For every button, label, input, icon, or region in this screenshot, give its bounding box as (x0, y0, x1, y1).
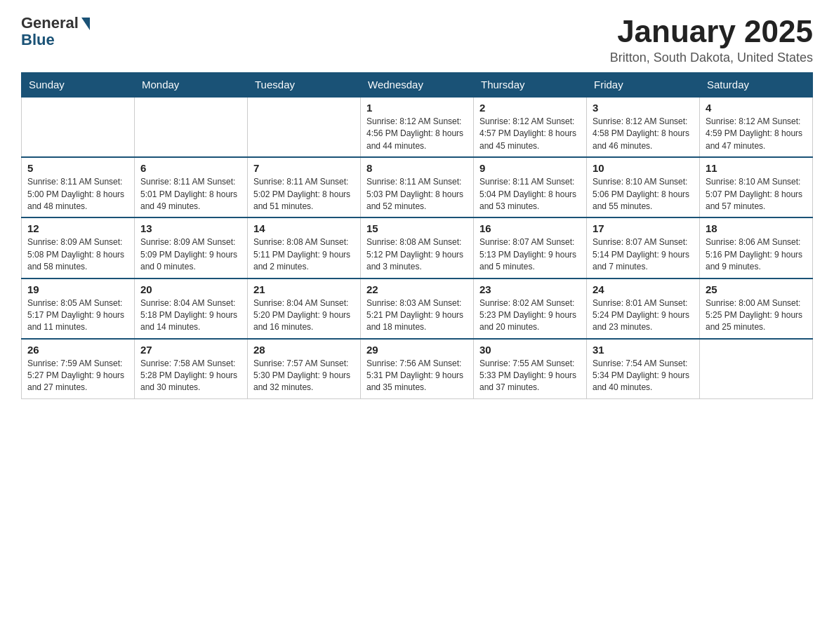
column-header-wednesday: Wednesday (361, 73, 474, 98)
calendar-cell: 11Sunrise: 8:10 AM Sunset: 5:07 PM Dayli… (700, 157, 813, 217)
day-info: Sunrise: 7:56 AM Sunset: 5:31 PM Dayligh… (366, 358, 468, 394)
column-header-thursday: Thursday (474, 73, 587, 98)
day-number: 29 (366, 344, 468, 356)
calendar-cell: 7Sunrise: 8:11 AM Sunset: 5:02 PM Daylig… (248, 157, 361, 217)
day-info: Sunrise: 8:12 AM Sunset: 4:57 PM Dayligh… (479, 116, 581, 152)
day-info: Sunrise: 8:11 AM Sunset: 5:04 PM Dayligh… (479, 176, 581, 213)
day-number: 26 (27, 344, 128, 356)
calendar-week-row: 19Sunrise: 8:05 AM Sunset: 5:17 PM Dayli… (22, 279, 813, 339)
calendar-cell: 3Sunrise: 8:12 AM Sunset: 4:58 PM Daylig… (587, 97, 700, 157)
day-number: 5 (27, 162, 128, 174)
calendar-cell: 16Sunrise: 8:07 AM Sunset: 5:13 PM Dayli… (474, 217, 587, 278)
day-number: 18 (706, 222, 807, 234)
calendar-header-row: SundayMondayTuesdayWednesdayThursdayFrid… (22, 73, 813, 98)
calendar-cell: 26Sunrise: 7:59 AM Sunset: 5:27 PM Dayli… (22, 339, 135, 399)
day-number: 19 (27, 283, 128, 295)
day-info: Sunrise: 8:03 AM Sunset: 5:21 PM Dayligh… (366, 297, 468, 334)
calendar-cell: 27Sunrise: 7:58 AM Sunset: 5:28 PM Dayli… (135, 339, 248, 399)
day-info: Sunrise: 8:09 AM Sunset: 5:08 PM Dayligh… (27, 236, 128, 273)
day-number: 20 (140, 283, 241, 295)
column-header-sunday: Sunday (22, 73, 135, 98)
day-info: Sunrise: 8:08 AM Sunset: 5:12 PM Dayligh… (366, 236, 468, 273)
calendar-cell: 12Sunrise: 8:09 AM Sunset: 5:08 PM Dayli… (22, 217, 135, 278)
calendar-cell (248, 97, 361, 157)
day-number: 14 (253, 222, 355, 234)
calendar-cell: 5Sunrise: 8:11 AM Sunset: 5:00 PM Daylig… (22, 157, 135, 217)
calendar-cell: 17Sunrise: 8:07 AM Sunset: 5:14 PM Dayli… (587, 217, 700, 278)
calendar-cell: 22Sunrise: 8:03 AM Sunset: 5:21 PM Dayli… (361, 279, 474, 339)
calendar-cell: 20Sunrise: 8:04 AM Sunset: 5:18 PM Dayli… (135, 279, 248, 339)
day-info: Sunrise: 8:07 AM Sunset: 5:14 PM Dayligh… (593, 236, 694, 273)
calendar-cell: 21Sunrise: 8:04 AM Sunset: 5:20 PM Dayli… (248, 279, 361, 339)
calendar-cell (22, 97, 135, 157)
day-info: Sunrise: 8:01 AM Sunset: 5:24 PM Dayligh… (593, 297, 694, 334)
day-info: Sunrise: 8:06 AM Sunset: 5:16 PM Dayligh… (706, 236, 807, 273)
logo-blue-text: Blue (21, 31, 90, 49)
calendar-cell: 13Sunrise: 8:09 AM Sunset: 5:09 PM Dayli… (135, 217, 248, 278)
day-info: Sunrise: 8:10 AM Sunset: 5:06 PM Dayligh… (593, 176, 694, 213)
calendar-cell: 23Sunrise: 8:02 AM Sunset: 5:23 PM Dayli… (474, 279, 587, 339)
day-number: 3 (593, 102, 694, 114)
day-info: Sunrise: 8:12 AM Sunset: 4:59 PM Dayligh… (706, 116, 807, 152)
day-number: 15 (366, 222, 468, 234)
day-number: 9 (479, 162, 581, 174)
day-number: 21 (253, 283, 355, 295)
day-info: Sunrise: 8:04 AM Sunset: 5:18 PM Dayligh… (140, 297, 241, 334)
day-number: 6 (140, 162, 241, 174)
day-info: Sunrise: 7:59 AM Sunset: 5:27 PM Dayligh… (27, 358, 128, 394)
day-number: 2 (479, 102, 581, 114)
logo: General Blue (21, 14, 90, 49)
column-header-tuesday: Tuesday (248, 73, 361, 98)
day-number: 13 (140, 222, 241, 234)
day-number: 16 (479, 222, 581, 234)
day-number: 4 (706, 102, 807, 114)
day-info: Sunrise: 7:58 AM Sunset: 5:28 PM Dayligh… (140, 358, 241, 394)
day-info: Sunrise: 8:02 AM Sunset: 5:23 PM Dayligh… (479, 297, 581, 334)
calendar-cell: 1Sunrise: 8:12 AM Sunset: 4:56 PM Daylig… (361, 97, 474, 157)
day-info: Sunrise: 8:12 AM Sunset: 4:56 PM Dayligh… (366, 116, 468, 152)
day-info: Sunrise: 8:11 AM Sunset: 5:03 PM Dayligh… (366, 176, 468, 213)
day-number: 10 (593, 162, 694, 174)
calendar-cell: 29Sunrise: 7:56 AM Sunset: 5:31 PM Dayli… (361, 339, 474, 399)
calendar-week-row: 5Sunrise: 8:11 AM Sunset: 5:00 PM Daylig… (22, 157, 813, 217)
calendar-cell: 15Sunrise: 8:08 AM Sunset: 5:12 PM Dayli… (361, 217, 474, 278)
calendar-cell: 30Sunrise: 7:55 AM Sunset: 5:33 PM Dayli… (474, 339, 587, 399)
calendar-week-row: 1Sunrise: 8:12 AM Sunset: 4:56 PM Daylig… (22, 97, 813, 157)
day-info: Sunrise: 8:11 AM Sunset: 5:00 PM Dayligh… (27, 176, 128, 213)
day-number: 17 (593, 222, 694, 234)
day-info: Sunrise: 8:00 AM Sunset: 5:25 PM Dayligh… (706, 297, 807, 334)
calendar-cell: 10Sunrise: 8:10 AM Sunset: 5:06 PM Dayli… (587, 157, 700, 217)
calendar-cell: 18Sunrise: 8:06 AM Sunset: 5:16 PM Dayli… (700, 217, 813, 278)
calendar-week-row: 26Sunrise: 7:59 AM Sunset: 5:27 PM Dayli… (22, 339, 813, 399)
day-number: 7 (253, 162, 355, 174)
day-number: 30 (479, 344, 581, 356)
calendar-cell: 28Sunrise: 7:57 AM Sunset: 5:30 PM Dayli… (248, 339, 361, 399)
day-info: Sunrise: 8:11 AM Sunset: 5:01 PM Dayligh… (140, 176, 241, 213)
day-info: Sunrise: 8:09 AM Sunset: 5:09 PM Dayligh… (140, 236, 241, 273)
day-number: 8 (366, 162, 468, 174)
calendar-cell: 6Sunrise: 8:11 AM Sunset: 5:01 PM Daylig… (135, 157, 248, 217)
calendar-cell: 2Sunrise: 8:12 AM Sunset: 4:57 PM Daylig… (474, 97, 587, 157)
day-number: 11 (706, 162, 807, 174)
day-number: 23 (479, 283, 581, 295)
day-number: 1 (366, 102, 468, 114)
logo-general-text: General (21, 14, 79, 32)
calendar-cell: 14Sunrise: 8:08 AM Sunset: 5:11 PM Dayli… (248, 217, 361, 278)
calendar-week-row: 12Sunrise: 8:09 AM Sunset: 5:08 PM Dayli… (22, 217, 813, 278)
day-info: Sunrise: 8:12 AM Sunset: 4:58 PM Dayligh… (593, 116, 694, 152)
column-header-saturday: Saturday (700, 73, 813, 98)
day-number: 27 (140, 344, 241, 356)
day-number: 22 (366, 283, 468, 295)
calendar-cell (700, 339, 813, 399)
calendar-table: SundayMondayTuesdayWednesdayThursdayFrid… (21, 72, 813, 399)
day-number: 12 (27, 222, 128, 234)
day-info: Sunrise: 8:11 AM Sunset: 5:02 PM Dayligh… (253, 176, 355, 213)
calendar-cell: 19Sunrise: 8:05 AM Sunset: 5:17 PM Dayli… (22, 279, 135, 339)
calendar-cell: 9Sunrise: 8:11 AM Sunset: 5:04 PM Daylig… (474, 157, 587, 217)
column-header-monday: Monday (135, 73, 248, 98)
day-info: Sunrise: 8:08 AM Sunset: 5:11 PM Dayligh… (253, 236, 355, 273)
column-header-friday: Friday (587, 73, 700, 98)
day-number: 31 (593, 344, 694, 356)
day-info: Sunrise: 7:54 AM Sunset: 5:34 PM Dayligh… (593, 358, 694, 394)
calendar-cell: 25Sunrise: 8:00 AM Sunset: 5:25 PM Dayli… (700, 279, 813, 339)
